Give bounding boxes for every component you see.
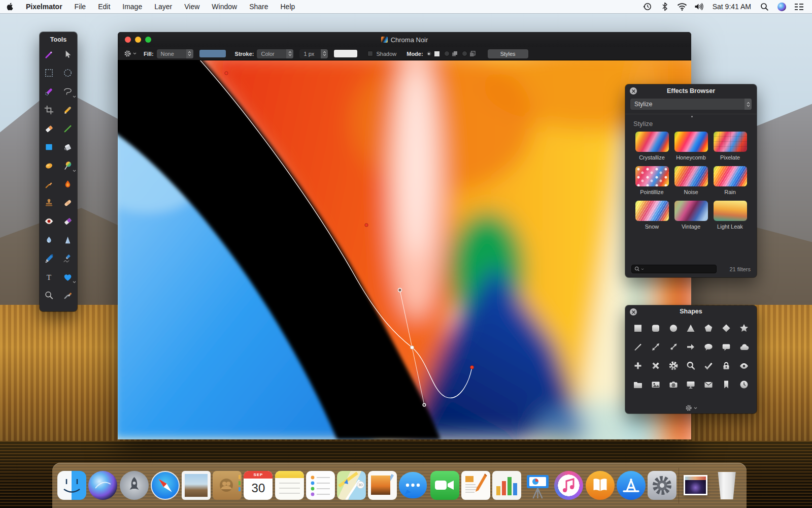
effect-light-leak[interactable]: Light Leak	[710, 201, 750, 230]
tool-clone-stamp-button[interactable]	[40, 194, 58, 212]
shape-arrow-right-button[interactable]	[682, 337, 700, 356]
menu-edit[interactable]: Edit	[92, 0, 116, 13]
tool-healing-button[interactable]	[58, 194, 77, 212]
tool-blur-button[interactable]	[40, 231, 58, 249]
shape-square-button[interactable]	[629, 319, 647, 337]
shape-triangle-button[interactable]	[682, 319, 700, 337]
tool-line-button[interactable]	[58, 119, 77, 138]
dock-reminders[interactable]	[306, 471, 335, 500]
tool-smudge-button[interactable]	[40, 175, 58, 194]
shape-pentagon-button[interactable]	[700, 319, 718, 337]
shape-bookmark-button[interactable]	[718, 375, 735, 394]
shape-checkmark-button[interactable]	[700, 356, 718, 375]
shape-circle-button[interactable]	[664, 319, 682, 337]
menu-window[interactable]: Window	[206, 0, 243, 13]
stroke-width-stepper[interactable]	[321, 49, 328, 58]
tool-eyedropper-button[interactable]	[58, 287, 77, 305]
dock-facetime[interactable]	[430, 471, 459, 500]
mode-solid-radio[interactable]	[426, 51, 432, 56]
menu-app-name[interactable]: Pixelmator	[20, 0, 69, 13]
dock-notes[interactable]	[275, 471, 304, 500]
stroke-color-swatch[interactable]	[334, 50, 357, 57]
tool-rect-select-button[interactable]	[40, 64, 58, 83]
time-machine-icon[interactable]	[641, 1, 654, 12]
menu-layer[interactable]: Layer	[148, 0, 178, 13]
tool-crop-button[interactable]	[40, 101, 58, 120]
shape-lock-button[interactable]	[718, 356, 735, 375]
shape-folder-button[interactable]	[629, 375, 647, 394]
tool-paint-select-button[interactable]	[40, 82, 58, 101]
dock-safari[interactable]	[151, 471, 180, 500]
mode-union-radio[interactable]	[444, 51, 450, 56]
dock-minimized-window[interactable]	[681, 471, 710, 500]
effect-honeycomb[interactable]: Honeycomb	[671, 132, 710, 161]
effect-snow[interactable]: Snow	[632, 201, 671, 230]
shapes-settings-button[interactable]	[625, 404, 757, 411]
effect-rain[interactable]: Rain	[710, 166, 750, 195]
menu-clock[interactable]: Sat 9:41 AM	[710, 0, 753, 13]
dock-finder[interactable]	[57, 471, 86, 500]
effect-pointillize[interactable]: Pointillize	[632, 166, 671, 195]
shape-speech-bubble-round-button[interactable]	[700, 337, 718, 356]
tool-pencil-button[interactable]	[58, 101, 77, 120]
dock-calendar[interactable]: SEP30	[244, 471, 273, 500]
tool-erase-object-button[interactable]	[58, 212, 77, 231]
shape-gear-button[interactable]	[664, 356, 682, 375]
dock-photos[interactable]	[368, 471, 397, 500]
mode-subtract-radio[interactable]	[462, 51, 467, 56]
dock-launchpad[interactable]	[120, 471, 149, 500]
shape-double-arrow-button[interactable]	[647, 337, 665, 356]
dock-ibooks[interactable]	[586, 471, 615, 500]
dock-keynote[interactable]	[523, 471, 552, 500]
tool-burn-button[interactable]	[58, 175, 77, 194]
tool-move-button[interactable]	[40, 45, 58, 64]
tool-pen-button[interactable]	[40, 249, 58, 268]
shape-picture-button[interactable]	[647, 375, 665, 394]
dock-contacts[interactable]	[213, 471, 242, 500]
tool-arrow-button[interactable]	[58, 45, 77, 64]
wifi-icon[interactable]	[676, 1, 688, 12]
tool-zoom-button[interactable]	[40, 287, 58, 305]
shape-camera-button[interactable]	[664, 375, 682, 394]
shape-rounded-square-button[interactable]	[647, 319, 665, 337]
dock-mail[interactable]	[182, 471, 211, 500]
menu-image[interactable]: Image	[116, 0, 148, 13]
dock-siri[interactable]	[88, 471, 117, 500]
tool-paint-bucket-button[interactable]	[58, 138, 77, 157]
effects-close-button[interactable]	[630, 87, 637, 94]
dock-trash[interactable]	[713, 471, 741, 500]
shape-x-button[interactable]	[647, 356, 665, 375]
tool-shape-button[interactable]	[40, 138, 58, 157]
shape-speech-bubble-square-button[interactable]	[718, 337, 735, 356]
shape-line-button[interactable]	[629, 337, 647, 356]
dock-pages[interactable]	[461, 471, 490, 500]
effect-noise[interactable]: Noise	[671, 166, 710, 195]
tool-ellipse-select-button[interactable]	[58, 64, 77, 83]
tool-type-button[interactable]: T	[40, 268, 58, 287]
effect-crystallize[interactable]: Crystallize	[632, 132, 671, 161]
tool-dodge-button[interactable]	[40, 156, 58, 175]
title-bar[interactable]: Chroma Noir	[118, 32, 691, 47]
canvas[interactable]	[118, 60, 691, 439]
shape-envelope-button[interactable]	[700, 375, 718, 394]
shapes-close-button[interactable]	[630, 308, 637, 315]
effect-vintage[interactable]: Vintage	[671, 201, 710, 230]
stroke-dropdown[interactable]: Color	[257, 49, 293, 58]
dock-appstore[interactable]	[617, 471, 646, 500]
tool-custom-shape-button[interactable]	[58, 268, 77, 287]
effect-pixelate[interactable]: Pixelate	[710, 132, 750, 161]
shape-clock-button[interactable]	[735, 375, 753, 394]
shape-monitor-button[interactable]	[682, 375, 700, 394]
styles-button[interactable]: Styles	[488, 49, 528, 58]
tool-settings-button[interactable]	[124, 50, 137, 57]
effects-search-field[interactable]	[631, 265, 717, 273]
shadow-checkbox[interactable]	[367, 51, 373, 56]
volume-icon[interactable]	[693, 1, 705, 12]
tool-sharpen-button[interactable]	[58, 231, 77, 249]
bluetooth-icon[interactable]	[659, 1, 671, 12]
shape-plus-button[interactable]	[629, 356, 647, 375]
tool-gradient-button[interactable]	[58, 156, 77, 175]
spotlight-icon[interactable]	[758, 1, 770, 12]
dock-itunes[interactable]	[554, 471, 583, 500]
dock-messages[interactable]	[399, 471, 428, 500]
